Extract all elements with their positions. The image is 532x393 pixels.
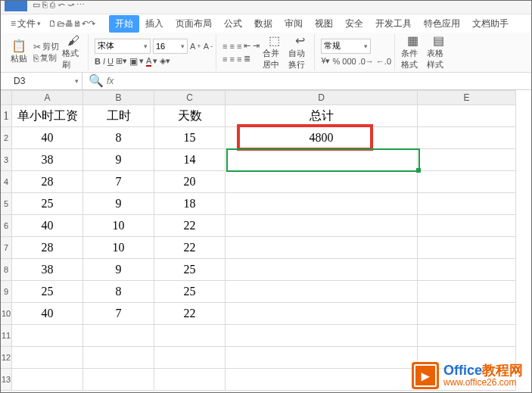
row-header[interactable]: 7: [1, 237, 12, 259]
cell[interactable]: [226, 259, 418, 281]
cell[interactable]: [154, 325, 226, 347]
file-menu[interactable]: ≡ 文件 ▾: [5, 15, 47, 33]
cell[interactable]: 25: [12, 281, 83, 303]
cell[interactable]: [418, 215, 516, 237]
cell[interactable]: [226, 347, 418, 369]
cell[interactable]: 40: [12, 303, 83, 325]
cut-button[interactable]: ✂剪切: [33, 42, 59, 52]
cell[interactable]: 8: [83, 127, 154, 149]
row-header[interactable]: 11: [1, 325, 12, 347]
format-painter-button[interactable]: 🖌 格式刷: [62, 35, 85, 70]
cell[interactable]: 22: [154, 303, 226, 325]
cell[interactable]: 38: [12, 149, 83, 171]
cell[interactable]: 7: [83, 171, 154, 193]
tab-security[interactable]: 安全: [339, 15, 369, 33]
cell[interactable]: 25: [12, 193, 83, 215]
cell[interactable]: [226, 369, 418, 391]
align-bottom-button[interactable]: ≡: [237, 41, 241, 51]
select-all-corner[interactable]: [1, 91, 12, 105]
cell[interactable]: 40: [12, 127, 83, 149]
inc-decimal-button[interactable]: .0→: [359, 56, 374, 67]
align-right-button[interactable]: ≡: [237, 54, 241, 64]
cell[interactable]: [418, 347, 516, 369]
col-header-E[interactable]: E: [418, 91, 516, 105]
tab-review[interactable]: 审阅: [278, 15, 309, 33]
qat-preview-icon[interactable]: 🗎: [73, 18, 82, 29]
row-header[interactable]: 3: [1, 149, 12, 171]
cell[interactable]: 25: [154, 259, 226, 281]
cell[interactable]: 总计: [226, 105, 418, 127]
fx-search-icon[interactable]: 🔍: [89, 75, 104, 87]
border-button[interactable]: ⊞▾: [116, 56, 127, 67]
distribute-button[interactable]: ≣: [244, 54, 250, 64]
qat-open-icon[interactable]: 🗁: [57, 18, 65, 29]
cell[interactable]: [154, 369, 226, 391]
cell[interactable]: [154, 347, 226, 369]
cond-format-button[interactable]: ▦ 条件格式: [401, 35, 424, 70]
cell[interactable]: [226, 215, 418, 237]
cell[interactable]: 28: [12, 171, 83, 193]
cell[interactable]: 22: [154, 237, 226, 259]
cell[interactable]: [226, 303, 418, 325]
cell[interactable]: 25: [154, 281, 226, 303]
bold-button[interactable]: B: [95, 56, 101, 67]
row-header[interactable]: 8: [1, 259, 12, 281]
cell[interactable]: 8: [83, 281, 154, 303]
cell[interactable]: [83, 325, 154, 347]
align-left-button[interactable]: ≡: [222, 54, 227, 64]
font-size-select[interactable]: 16▾: [153, 39, 188, 54]
col-header-D[interactable]: D: [226, 91, 418, 105]
cell[interactable]: 9: [83, 193, 154, 215]
cell[interactable]: [226, 237, 418, 259]
cell[interactable]: [12, 347, 83, 369]
cell[interactable]: [418, 325, 516, 347]
cell[interactable]: 单小时工资: [12, 105, 83, 127]
cell[interactable]: [418, 369, 516, 391]
indent-dec-button[interactable]: ⇤: [244, 41, 250, 51]
underline-button[interactable]: U: [107, 56, 114, 67]
row-header[interactable]: 2: [1, 127, 12, 149]
col-header-A[interactable]: A: [12, 91, 83, 105]
cell[interactable]: 10: [83, 215, 154, 237]
row-header[interactable]: 10: [1, 303, 12, 325]
qat-print-icon[interactable]: 🖶: [65, 18, 73, 29]
cell[interactable]: 20: [154, 171, 226, 193]
cell[interactable]: 4800: [226, 127, 418, 149]
cell[interactable]: [226, 171, 418, 193]
cell[interactable]: 10: [83, 237, 154, 259]
cell[interactable]: 7: [83, 303, 154, 325]
row-header[interactable]: 4: [1, 171, 12, 193]
cell[interactable]: 18: [154, 193, 226, 215]
sheet-table[interactable]: A B C D E 1单小时工资工时天数总计240815480033891442…: [0, 90, 516, 391]
wrap-text-button[interactable]: ↩ 自动换行: [288, 35, 311, 70]
cell[interactable]: 工时: [83, 105, 154, 127]
cell[interactable]: [226, 193, 418, 215]
tab-special[interactable]: 特色应用: [418, 15, 466, 33]
cell[interactable]: [418, 193, 516, 215]
qat-undo-icon[interactable]: ↶: [82, 18, 89, 29]
cell[interactable]: [418, 237, 516, 259]
quick-access-toolbar[interactable]: ▭ ⎘ ⎙ ⤺ ⤻ ⋯: [30, 0, 84, 10]
cell[interactable]: [83, 369, 154, 391]
cell[interactable]: [418, 105, 516, 127]
cell[interactable]: [226, 281, 418, 303]
effects-button[interactable]: ◈▾: [160, 56, 170, 67]
col-header-C[interactable]: C: [154, 91, 226, 105]
col-header-B[interactable]: B: [83, 91, 154, 105]
grid[interactable]: A B C D E 1单小时工资工时天数总计240815480033891442…: [0, 90, 532, 393]
name-box[interactable]: D3: [0, 73, 82, 89]
fill-color-button[interactable]: ▣▾: [129, 56, 144, 67]
tab-data[interactable]: 数据: [248, 15, 278, 33]
tab-home[interactable]: 开始: [109, 15, 139, 33]
cell[interactable]: 9: [83, 149, 154, 171]
cell[interactable]: 9: [83, 259, 154, 281]
tab-developer[interactable]: 开发工具: [369, 15, 418, 33]
fx-label[interactable]: fx: [107, 76, 114, 86]
dec-decimal-button[interactable]: ←.0: [376, 56, 391, 67]
cell[interactable]: 22: [154, 215, 226, 237]
cell[interactable]: [418, 149, 516, 171]
tab-view[interactable]: 视图: [309, 15, 339, 33]
paste-button[interactable]: 📋 粘贴: [8, 40, 30, 64]
italic-button[interactable]: I: [103, 56, 105, 67]
row-header[interactable]: 12: [1, 347, 12, 369]
